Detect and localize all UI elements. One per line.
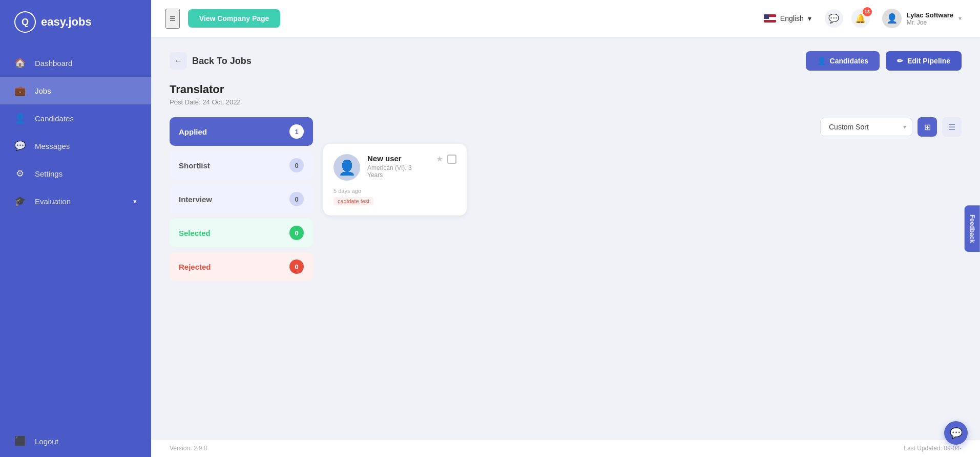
person-icon: 👤 <box>817 57 826 65</box>
stage-interview-count: 0 <box>289 192 304 206</box>
candidate-name: New user <box>367 154 429 163</box>
messages-icon: 💬 <box>14 140 26 151</box>
candidates-icon: 👤 <box>14 113 26 124</box>
sidebar-item-label: Jobs <box>35 86 51 95</box>
stage-shortlist-label: Shortlist <box>179 161 210 170</box>
candidate-time: 5 days ago <box>333 188 456 194</box>
back-arrow-icon: ← <box>170 52 187 70</box>
select-checkbox[interactable] <box>447 155 456 164</box>
sidebar-item-label: Candidates <box>35 114 74 123</box>
logo-icon: Q <box>14 11 36 33</box>
back-label: Back To Jobs <box>192 56 252 67</box>
stages-column: Applied 1 Shortlist 0 Interview 0 Select… <box>170 117 313 281</box>
sidebar-item-dashboard[interactable]: 🏠 Dashboard <box>0 49 151 77</box>
stage-selected-count: 0 <box>289 226 304 240</box>
last-updated-label: Last Updated: 09-04- <box>904 445 962 452</box>
company-name: Lylac Software <box>907 11 953 19</box>
sidebar-item-settings[interactable]: ⚙ Settings <box>0 160 151 187</box>
chevron-down-icon: ▾ <box>808 14 811 23</box>
user-name: Mr. Joe <box>907 19 953 26</box>
pencil-icon: ✏ <box>897 57 903 65</box>
logout-label: Logout <box>35 437 58 446</box>
user-menu[interactable]: 👤 Lylac Software Mr. Joe ▾ <box>878 7 966 30</box>
stage-applied-label: Applied <box>179 127 207 136</box>
candidate-info: New user American (VI), 3 Years <box>367 154 429 179</box>
chevron-down-icon: ▾ <box>133 198 137 205</box>
version-label: Version: 2.9.8 <box>170 445 207 452</box>
right-column: Custom Sort Date Applied Name A-Z Name Z… <box>323 117 962 215</box>
candidates-button[interactable]: 👤 Candidates <box>806 51 880 71</box>
sidebar-item-logout[interactable]: ⬛ Logout <box>0 425 151 457</box>
job-info: Translator Post Date: 24 Oct, 2022 <box>170 83 962 106</box>
candidates-area: 👤 New user American (VI), 3 Years ★ 5 da… <box>323 144 962 215</box>
top-row: ← Back To Jobs 👤 Candidates ✏ Edit Pipel… <box>170 51 962 71</box>
stage-shortlist-count: 0 <box>289 158 304 172</box>
logo-text: easy.jobs <box>41 15 92 29</box>
edit-pipeline-button[interactable]: ✏ Edit Pipeline <box>886 51 962 71</box>
pipeline-area: Applied 1 Shortlist 0 Interview 0 Select… <box>170 117 962 281</box>
chevron-down-icon: ▾ <box>958 15 962 22</box>
candidate-avatar: 👤 <box>333 154 360 181</box>
stage-interview-label: Interview <box>179 195 212 204</box>
chat-bubble-button[interactable]: 💬 <box>944 421 968 445</box>
sidebar-item-label: Dashboard <box>35 59 72 68</box>
header: ≡ View Company Page English ▾ 💬 🔔 13 👤 L… <box>151 0 980 37</box>
sort-select[interactable]: Custom Sort Date Applied Name A-Z Name Z… <box>820 118 912 136</box>
list-view-button[interactable]: ☰ <box>942 117 962 137</box>
job-date: Post Date: 24 Oct, 2022 <box>170 98 962 106</box>
sort-bar: Custom Sort Date Applied Name A-Z Name Z… <box>323 117 962 137</box>
stage-interview[interactable]: Interview 0 <box>170 185 313 213</box>
sidebar-item-candidates[interactable]: 👤 Candidates <box>0 104 151 132</box>
stage-rejected-label: Rejected <box>179 263 211 271</box>
back-to-jobs-link[interactable]: ← Back To Jobs <box>170 52 252 70</box>
flag-icon <box>764 14 776 23</box>
stage-rejected[interactable]: Rejected 0 <box>170 252 313 281</box>
sidebar-item-label: Settings <box>35 169 62 178</box>
chat-bubble-icon: 💬 <box>950 427 963 439</box>
sidebar-item-label: Messages <box>35 142 70 150</box>
footer: Version: 2.9.8 Last Updated: 09-04- <box>151 439 980 457</box>
stage-selected-label: Selected <box>179 229 211 237</box>
stage-applied[interactable]: Applied 1 <box>170 117 313 146</box>
top-actions: 👤 Candidates ✏ Edit Pipeline <box>806 51 962 71</box>
language-selector[interactable]: English ▾ <box>759 11 817 26</box>
sidebar-nav: 🏠 Dashboard 💼 Jobs 👤 Candidates 💬 Messag… <box>0 44 151 425</box>
card-actions: ★ <box>436 154 456 164</box>
stage-applied-count: 1 <box>289 124 304 139</box>
avatar: 👤 <box>882 9 902 28</box>
evaluation-icon: 🎓 <box>14 195 26 207</box>
star-icon[interactable]: ★ <box>436 154 443 164</box>
stage-selected[interactable]: Selected 0 <box>170 219 313 247</box>
sidebar-item-label: Evaluation <box>35 197 71 206</box>
card-top: 👤 New user American (VI), 3 Years ★ <box>333 154 456 181</box>
menu-button[interactable]: ≡ <box>165 9 180 29</box>
settings-icon: ⚙ <box>14 168 26 179</box>
logout-icon: ⬛ <box>14 436 26 447</box>
notifications-button[interactable]: 🔔 13 <box>851 9 870 28</box>
dashboard-icon: 🏠 <box>14 57 26 69</box>
jobs-icon: 💼 <box>14 85 26 96</box>
candidate-location: American (VI), 3 Years <box>367 164 429 179</box>
sidebar: Q easy.jobs 🏠 Dashboard 💼 Jobs 👤 Candida… <box>0 0 151 457</box>
messages-button[interactable]: 💬 <box>825 9 843 28</box>
language-label: English <box>780 14 804 23</box>
feedback-tab[interactable]: Feedback <box>964 205 979 252</box>
stage-rejected-count: 0 <box>289 259 304 274</box>
job-title: Translator <box>170 83 962 96</box>
list-icon: ☰ <box>948 122 955 132</box>
main-content: ≡ View Company Page English ▾ 💬 🔔 13 👤 L… <box>151 0 980 457</box>
sort-select-wrapper: Custom Sort Date Applied Name A-Z Name Z… <box>820 118 912 136</box>
sidebar-item-messages[interactable]: 💬 Messages <box>0 132 151 160</box>
sidebar-logo: Q easy.jobs <box>0 0 151 44</box>
sidebar-item-evaluation[interactable]: 🎓 Evaluation ▾ <box>0 187 151 215</box>
sidebar-item-jobs[interactable]: 💼 Jobs <box>0 77 151 104</box>
user-info: Lylac Software Mr. Joe <box>907 11 953 26</box>
notification-badge: 13 <box>863 7 872 16</box>
grid-icon: ⊞ <box>924 122 931 132</box>
view-company-button[interactable]: View Company Page <box>188 9 281 28</box>
chat-icon: 💬 <box>828 13 839 24</box>
candidate-card: 👤 New user American (VI), 3 Years ★ 5 da… <box>323 144 467 215</box>
grid-view-button[interactable]: ⊞ <box>918 117 937 137</box>
page-content: ← Back To Jobs 👤 Candidates ✏ Edit Pipel… <box>151 37 980 439</box>
stage-shortlist[interactable]: Shortlist 0 <box>170 151 313 180</box>
